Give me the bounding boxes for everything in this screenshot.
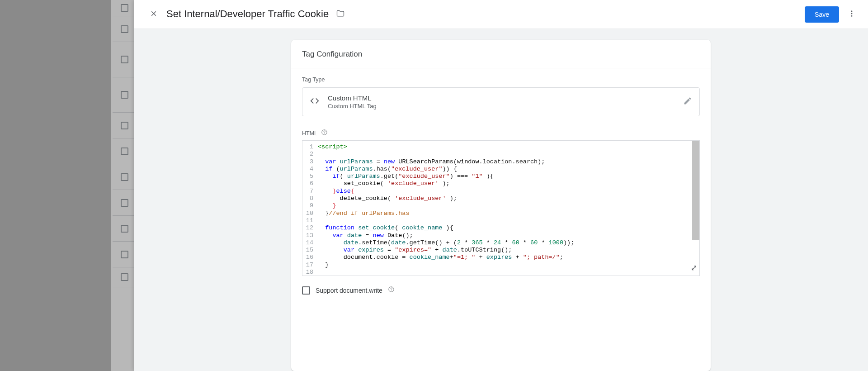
tag-edit-panel: Set Internal/Developer Traffic Cookie Sa…	[134, 0, 868, 371]
tag-type-name: Custom HTML	[328, 94, 377, 102]
folder-button[interactable]	[334, 7, 347, 21]
svg-point-0	[851, 10, 853, 12]
editor-gutter: 12345678910111213141516171819	[302, 141, 316, 276]
html-code-editor[interactable]: 12345678910111213141516171819 <script> v…	[302, 140, 700, 276]
tag-type-selector[interactable]: Custom HTML Custom HTML Tag	[302, 87, 700, 116]
close-button[interactable]	[145, 5, 163, 24]
svg-point-1	[851, 13, 853, 14]
svg-point-2	[851, 15, 853, 17]
html-label: HTML	[302, 130, 317, 137]
expand-editor-button[interactable]	[690, 264, 698, 274]
tag-configuration-card: Tag Configuration Tag Type Custom HTML C…	[291, 40, 711, 371]
support-document-write-checkbox[interactable]	[302, 286, 310, 295]
panel-header: Set Internal/Developer Traffic Cookie Sa…	[134, 0, 868, 29]
code-icon	[310, 96, 320, 108]
support-document-write-label: Support document.write	[316, 287, 382, 294]
panel-body[interactable]: Tag Configuration Tag Type Custom HTML C…	[134, 29, 868, 371]
card-title: Tag Configuration	[291, 40, 711, 68]
save-button[interactable]: Save	[805, 6, 839, 23]
tag-type-caption: Tag Type	[302, 76, 700, 83]
svg-point-6	[391, 290, 392, 291]
editor-content[interactable]: <script> var urlParams = new URLSearchPa…	[316, 141, 699, 276]
folder-icon	[336, 13, 345, 19]
editor-scrollbar[interactable]	[692, 141, 699, 240]
more-actions-button[interactable]	[843, 5, 861, 24]
pencil-icon	[683, 96, 692, 107]
help-icon[interactable]	[388, 286, 395, 295]
tag-type-sub: Custom HTML Tag	[328, 103, 377, 109]
svg-point-4	[324, 133, 325, 134]
tag-title-input[interactable]: Set Internal/Developer Traffic Cookie	[166, 8, 329, 20]
modal-scrim[interactable]	[0, 0, 134, 371]
help-icon[interactable]	[321, 129, 328, 138]
more-vert-icon	[848, 10, 856, 19]
close-icon	[150, 10, 158, 19]
